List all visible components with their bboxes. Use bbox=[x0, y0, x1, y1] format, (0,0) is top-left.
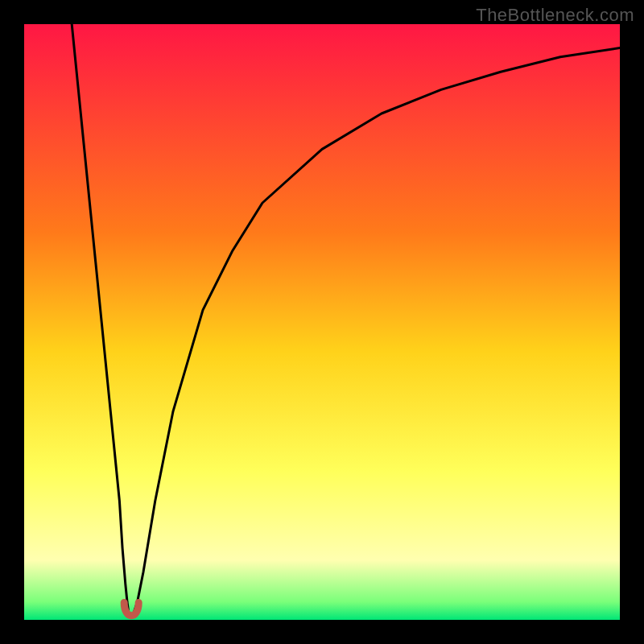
watermark-text: TheBottleneck.com bbox=[476, 5, 634, 26]
gradient-background bbox=[24, 24, 620, 620]
plot-area bbox=[24, 24, 620, 620]
chart-svg bbox=[24, 24, 620, 620]
chart-frame: TheBottleneck.com bbox=[0, 0, 644, 644]
